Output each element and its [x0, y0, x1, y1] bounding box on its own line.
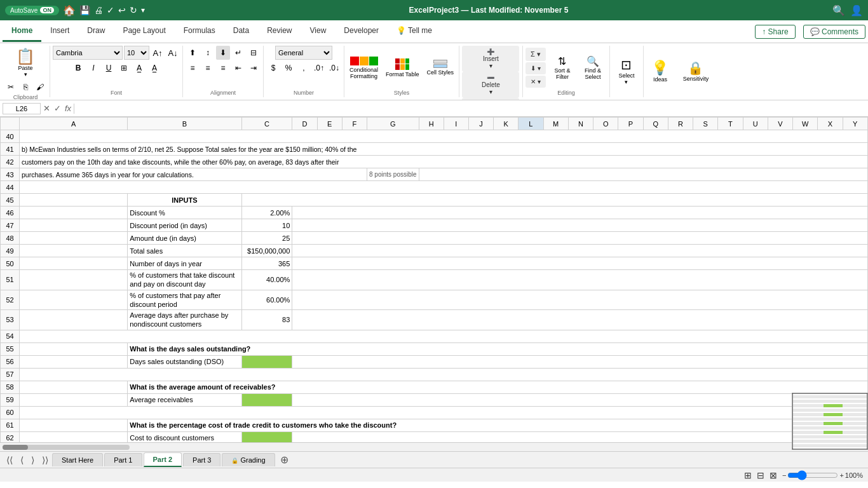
- cancel-formula-icon[interactable]: ✕: [43, 104, 50, 113]
- fill-button[interactable]: ⬇ ▾: [526, 62, 546, 74]
- cell[interactable]: [20, 406, 868, 419]
- col-header-B[interactable]: B: [128, 118, 241, 130]
- cell[interactable]: 25: [241, 232, 292, 245]
- tab-grading[interactable]: 🔒Grading: [222, 453, 275, 466]
- ideas-button[interactable]: 💡 Ideas: [646, 57, 674, 85]
- wrap-text-button[interactable]: ↵: [231, 46, 245, 60]
- insert-cell-button[interactable]: ➕ Insert ▾: [462, 46, 519, 72]
- cell[interactable]: [292, 207, 868, 219]
- col-header-P[interactable]: P: [618, 118, 643, 130]
- formula-input[interactable]: [74, 104, 865, 114]
- cell[interactable]: Average receivables: [128, 393, 241, 406]
- tab-formulas[interactable]: Formulas: [175, 21, 224, 42]
- col-header-O[interactable]: O: [593, 118, 618, 130]
- sheet-nav-last[interactable]: ⟩⟩: [38, 454, 52, 466]
- col-header-S[interactable]: S: [693, 118, 718, 130]
- align-center-button[interactable]: ≡: [201, 61, 215, 75]
- tab-view[interactable]: View: [301, 21, 336, 42]
- cell[interactable]: Discount period (in days): [128, 219, 241, 232]
- sheet-nav-prev[interactable]: ⟨: [17, 454, 27, 466]
- cell[interactable]: [20, 219, 128, 232]
- cell[interactable]: customers pay on the 10th day and take d…: [20, 156, 868, 168]
- cell-styles-button[interactable]: Cell Styles: [424, 57, 456, 78]
- zoom-out-button[interactable]: −: [782, 471, 786, 479]
- col-header-F[interactable]: F: [342, 118, 367, 130]
- fill-color-button[interactable]: A̲: [132, 61, 146, 75]
- cell[interactable]: [20, 290, 128, 310]
- cell[interactable]: [292, 245, 868, 257]
- view-break-icon[interactable]: ⊠: [770, 470, 777, 480]
- cell[interactable]: [292, 355, 868, 368]
- col-header-X[interactable]: X: [818, 118, 843, 130]
- cell[interactable]: Number of days in year: [128, 257, 241, 270]
- cell[interactable]: $150,000,000: [241, 245, 292, 257]
- cell[interactable]: [419, 168, 867, 181]
- font-family-select[interactable]: Cambria: [53, 46, 123, 60]
- cut-button[interactable]: ✂: [4, 80, 18, 94]
- cell[interactable]: [292, 290, 868, 310]
- percent-button[interactable]: %: [281, 61, 295, 75]
- autosum-button[interactable]: Σ ▾: [526, 48, 546, 61]
- sheet-nav-first[interactable]: ⟨⟨: [3, 454, 17, 466]
- italic-button[interactable]: I: [86, 61, 100, 75]
- col-header-H[interactable]: H: [419, 118, 444, 130]
- font-size-decrease-button[interactable]: A↓: [166, 46, 180, 60]
- cell-reference-input[interactable]: [3, 103, 41, 114]
- increase-indent-button[interactable]: ⇥: [247, 61, 261, 75]
- cell[interactable]: Average days after purchase by nondiscou…: [128, 310, 241, 330]
- cell[interactable]: [20, 419, 128, 431]
- col-header-A[interactable]: A: [20, 118, 128, 130]
- font-size-select[interactable]: 10: [124, 46, 149, 60]
- user-icon[interactable]: 👤: [850, 4, 863, 17]
- decrease-decimal-button[interactable]: .0↓: [327, 61, 341, 75]
- col-header-V[interactable]: V: [768, 118, 792, 130]
- align-middle-button[interactable]: ↕: [201, 46, 215, 60]
- share-button[interactable]: ↑ Share: [755, 25, 795, 39]
- copy-button[interactable]: ⎘: [18, 80, 32, 94]
- col-header-M[interactable]: M: [543, 118, 568, 130]
- cell[interactable]: Amount due (in days): [128, 232, 241, 245]
- sensitivity-button[interactable]: 🔒 Sensitivity: [681, 58, 712, 85]
- col-header-W[interactable]: W: [793, 118, 818, 130]
- add-sheet-button[interactable]: ⊕: [276, 452, 292, 467]
- cell[interactable]: 83: [241, 310, 292, 330]
- cell[interactable]: purchases. Assume 365 days in year for y…: [20, 168, 367, 181]
- cell[interactable]: Days sales outstanding (DSO): [128, 355, 241, 368]
- find-select-button[interactable]: 🔍 Find & Select: [579, 53, 607, 83]
- tab-part-2[interactable]: Part 2: [144, 452, 182, 467]
- align-left-button[interactable]: ≡: [186, 61, 200, 75]
- col-header-I[interactable]: I: [444, 118, 468, 130]
- select-button[interactable]: ⊡ Select ▾: [613, 55, 641, 88]
- horizontal-scrollbar[interactable]: [0, 442, 868, 451]
- align-top-button[interactable]: ⬆: [186, 46, 200, 60]
- search-icon[interactable]: 🔍: [832, 4, 845, 17]
- format-painter-button[interactable]: 🖌: [33, 80, 47, 94]
- paste-button[interactable]: 📋 Paste ▾: [11, 46, 39, 80]
- cell-green[interactable]: [241, 355, 292, 368]
- cell[interactable]: [20, 181, 868, 194]
- tab-start-here[interactable]: Start Here: [52, 453, 103, 466]
- print-icon[interactable]: 🖨: [94, 5, 103, 15]
- font-size-increase-button[interactable]: A↑: [151, 46, 165, 60]
- cell[interactable]: [292, 219, 868, 232]
- cell[interactable]: [20, 368, 868, 381]
- cell[interactable]: % of customers that pay after discount p…: [128, 290, 241, 310]
- format-as-table-button[interactable]: Format Table: [383, 56, 421, 80]
- comma-button[interactable]: ,: [297, 61, 311, 75]
- cell[interactable]: Cost to discount customers: [128, 431, 241, 442]
- cell[interactable]: [292, 270, 868, 290]
- comments-button[interactable]: 💬 Comments: [803, 25, 865, 39]
- tab-data[interactable]: Data: [224, 21, 258, 42]
- sort-filter-button[interactable]: ⇅ Sort & Filter: [548, 53, 576, 83]
- cell[interactable]: [20, 381, 128, 393]
- cell[interactable]: Discount %: [128, 207, 241, 219]
- cell[interactable]: [20, 207, 128, 219]
- col-header-T[interactable]: T: [718, 118, 743, 130]
- decrease-indent-button[interactable]: ⇤: [231, 61, 245, 75]
- increase-decimal-button[interactable]: .0↑: [312, 61, 326, 75]
- col-header-Y[interactable]: Y: [843, 118, 867, 130]
- insert-function-icon[interactable]: fx: [65, 104, 71, 113]
- col-header-U[interactable]: U: [743, 118, 768, 130]
- cell[interactable]: What is the days sales outstanding?: [128, 342, 868, 355]
- tab-draw[interactable]: Draw: [78, 21, 114, 42]
